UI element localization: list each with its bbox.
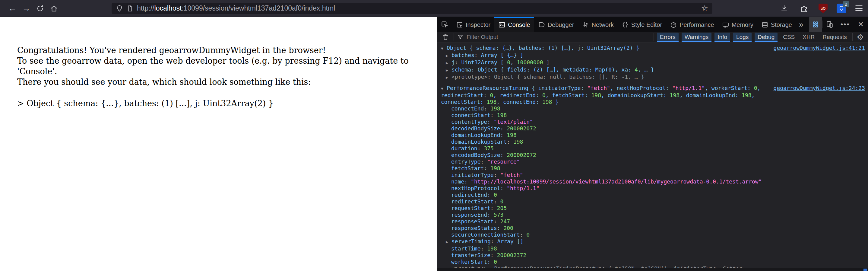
atom-icon — [811, 20, 820, 29]
url-protocol: http:// — [137, 4, 154, 12]
twisty-closed-icon[interactable]: ▶ — [446, 74, 452, 81]
console-row[interactable]: ▶<prototype>: PerformanceResourceTimingP… — [437, 265, 868, 268]
tab-style-editor[interactable]: Style Editor — [618, 17, 666, 32]
tab-console[interactable]: Console — [494, 17, 534, 32]
url-path: :10099/session/viewhtml137ad2100af0/inde… — [182, 4, 335, 12]
console-row: redirectEnd: 0 — [437, 192, 868, 198]
twisty-open-icon[interactable]: ▼ — [441, 45, 447, 52]
resource-url-link[interactable]: http://localhost:10099/session/viewhtml1… — [474, 178, 758, 185]
extensions-puzzle-icon — [800, 4, 808, 13]
console-input-line[interactable] — [437, 268, 868, 271]
source-location-link[interactable]: geoarrowDummyWidget.js:24:23 — [774, 85, 865, 91]
twisty-closed-icon[interactable]: ▶ — [446, 67, 452, 73]
console-toolbar: Errors Warnings Info Logs Debug CSS XHR … — [437, 32, 868, 43]
web-page-content: Congratulations! You've rendered geoarro… — [0, 17, 437, 271]
filter-css-button[interactable]: CSS — [780, 33, 797, 42]
download-button[interactable] — [779, 3, 789, 14]
bookmark-star-icon[interactable]: ☆ — [701, 4, 708, 13]
console-message: ▼PerformanceResourceTiming { initiatorTy… — [437, 83, 868, 268]
tab-performance[interactable]: Performance — [666, 17, 718, 32]
console-message: ▼Object { schema: {…}, batches: (1) […],… — [437, 43, 868, 83]
filter-requests-button[interactable]: Requests — [820, 33, 849, 42]
forward-button[interactable]: → — [19, 2, 33, 14]
console-row: secureConnectionStart: 0 — [437, 232, 868, 238]
menu-button[interactable] — [855, 5, 863, 11]
filter-errors-button[interactable]: Errors — [657, 33, 679, 42]
console-row: responseStart: 247 — [437, 218, 868, 225]
console-row: startTime: 198 — [437, 245, 868, 252]
console-row[interactable]: ▶schema: Object { fields: (2) […], metad… — [437, 66, 868, 73]
console-row[interactable]: ▶j: Uint32Array [ 0, 10000000 ] — [437, 59, 868, 66]
page-icon[interactable] — [127, 5, 133, 12]
tab-network[interactable]: Network — [578, 17, 618, 32]
console-settings-icon[interactable]: ⚙ — [856, 33, 865, 42]
extensions-button[interactable] — [799, 3, 809, 14]
console-row[interactable]: ▶<prototype>: Object { schema: null, bat… — [437, 73, 868, 81]
console-row: contentType: "text/plain" — [437, 119, 868, 125]
scroll-indicator — [864, 269, 867, 271]
storage-icon — [761, 21, 769, 28]
tab-memory[interactable]: Memory — [718, 17, 757, 32]
devtools-close-button[interactable]: ✕ — [854, 20, 868, 29]
style-editor-icon — [622, 21, 629, 28]
shield-icon[interactable] — [116, 5, 123, 12]
reload-button[interactable] — [33, 2, 47, 14]
console-row: nextHopProtocol: "http/1.1" — [437, 185, 868, 192]
console-row: requestStart: 205 — [437, 205, 868, 212]
home-icon — [50, 4, 58, 12]
browser-window: ← → http://localhost:10099/session/viewh… — [0, 0, 868, 271]
browser-toolbar: ← → http://localhost:10099/session/viewh… — [0, 0, 868, 17]
clear-console-button[interactable] — [440, 32, 451, 42]
console-row: entryType: "resource" — [437, 158, 868, 165]
source-location-link[interactable]: geoarrowDummyWidget.js:41:21 — [774, 45, 865, 51]
twisty-closed-icon[interactable]: ▶ — [446, 239, 452, 245]
twisty-open-icon[interactable]: ▼ — [441, 85, 447, 92]
inspector-icon — [456, 21, 463, 28]
filter-xhr-button[interactable]: XHR — [800, 33, 817, 42]
twisty-closed-icon[interactable]: ▶ — [446, 60, 452, 66]
twisty-closed-icon[interactable]: ▶ — [446, 266, 452, 268]
console-row: connectStart: 198 — [437, 112, 868, 119]
home-button[interactable] — [47, 2, 61, 14]
filter-output-input[interactable] — [467, 34, 651, 40]
ublock-origin-icon[interactable]: uO — [818, 4, 828, 13]
element-picker-button[interactable] — [437, 17, 452, 32]
tab-inspector[interactable]: Inspector — [452, 17, 494, 32]
atom-extension-button[interactable] — [809, 17, 822, 32]
toolbar-extensions-area: uO 2 — [779, 3, 863, 14]
filter-info-button[interactable]: Info — [714, 33, 730, 42]
console-icon — [498, 21, 505, 28]
tab-debugger[interactable]: Debugger — [534, 17, 578, 32]
performance-icon — [670, 21, 677, 28]
devtools-tabbar: Inspector Console Debugger Network Style… — [437, 17, 868, 32]
network-icon — [582, 21, 589, 28]
console-row: transferSize: 200002372 — [437, 252, 868, 259]
console-row: connectEnd: 198 — [437, 105, 868, 112]
tab-storage[interactable]: Storage — [757, 17, 796, 32]
console-row: fetchStart: 198 — [437, 165, 868, 172]
trash-icon — [442, 33, 449, 41]
bitwarden-badge: 2 — [843, 1, 849, 7]
filter-debug-button[interactable]: Debug — [754, 33, 777, 42]
memory-icon — [722, 21, 729, 28]
twisty-closed-icon[interactable]: ▶ — [446, 53, 452, 59]
url-host: localhost — [154, 4, 182, 12]
download-icon — [780, 4, 788, 12]
back-button[interactable]: ← — [5, 2, 19, 14]
object-preview-text: > Object { schema: {...}, batches: (1) [… — [17, 98, 425, 109]
console-row: redirectStart: 0 — [437, 198, 868, 205]
more-tabs-button[interactable]: » — [796, 20, 806, 29]
filter-warnings-button[interactable]: Warnings — [682, 33, 712, 42]
reload-icon — [36, 4, 44, 12]
url-bar[interactable]: http://localhost:10099/session/viewhtml1… — [112, 3, 712, 14]
console-row: encodedBodySize: 200002072 — [437, 152, 868, 158]
responsive-mode-button[interactable] — [823, 17, 837, 32]
console-row: domainLookupEnd: 198 — [437, 132, 868, 139]
console-row[interactable]: ▶serverTiming: Array [] — [437, 238, 868, 245]
console-row: domainLookupStart: 198 — [437, 139, 868, 145]
devtools-menu-button[interactable]: ••• — [837, 20, 854, 29]
filter-logs-button[interactable]: Logs — [733, 33, 752, 42]
bitwarden-icon[interactable]: 2 — [837, 4, 846, 13]
console-row[interactable]: ▶batches: Array [ {…} ] — [437, 52, 868, 59]
console-row: decodedBodySize: 200002072 — [437, 125, 868, 132]
